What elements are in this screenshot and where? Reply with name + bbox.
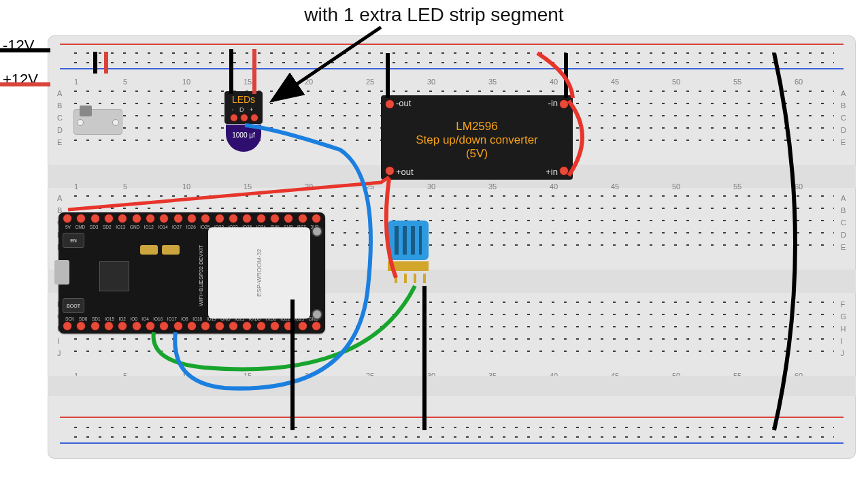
row-letters-upper-right: ABCDE [841,87,846,148]
dht-sensor [388,221,429,279]
leds-connector: LEDs - D + [224,91,263,124]
esp32-devkit: 5VCMDSD3SD2IO13GNDIO12IO14IO27IO26IO25IO… [59,212,325,334]
converter-line2: Step up/down converter [381,133,573,147]
conv-nout: -out [396,98,411,108]
leds-label: LEDs [224,91,263,105]
en-button: EN [63,233,84,248]
conv-nin: -in [548,98,558,108]
converter-line3: (5V) [381,147,573,161]
conv-pout: +out [396,167,414,177]
esp32-bot-header [63,321,321,332]
esp-shield: ESP-WROOM-32 [208,227,310,319]
row-letters-upper-left: ABCDE [57,87,63,148]
usb-port-icon [54,260,69,285]
mcu-chip-icon [99,261,129,291]
lm2596-converter: LM2596 Step up/down converter (5V) -out … [381,95,573,180]
diagram-title: with 1 extra LED strip segment [304,4,563,26]
esp-side-text1: ESP32 DEVKIT [198,245,204,283]
converter-name: LM2596 [381,120,573,133]
neg-12v-label: -12V [3,37,34,54]
esp32-top-header [63,214,321,225]
row-letters-lower-right: FGHIJ [840,298,846,359]
boot-button: BOOT [63,298,84,313]
conv-pin: +in [546,167,558,177]
esp-side-text2: WIFI+BLE [198,281,204,306]
slide-switch [73,109,122,135]
leds-pin-labels: - D + [224,106,263,113]
pos-12v-label: +12V [3,71,38,88]
